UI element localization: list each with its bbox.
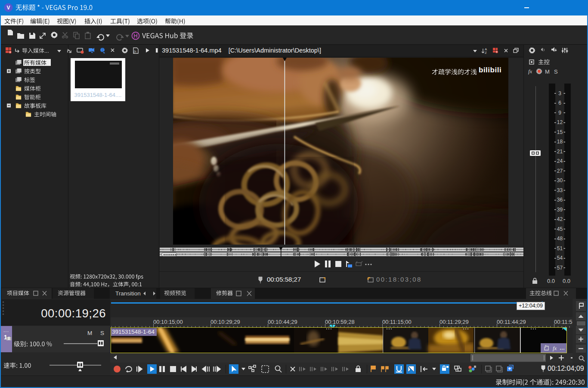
svg-text:39: 39 (557, 207, 563, 213)
svg-text:00:10:29;29: 00:10:29;29 (210, 319, 240, 325)
svg-text:57: 57 (557, 265, 563, 271)
svg-text:30: 30 (557, 177, 563, 183)
svg-text:24: 24 (557, 158, 563, 164)
svg-text:00:11:44;29: 00:11:44;29 (497, 319, 526, 325)
svg-text:00:11:15;00: 00:11:15;00 (382, 319, 412, 325)
svg-text:15: 15 (557, 129, 563, 135)
svg-text:Z: Z (485, 51, 487, 55)
svg-text:00:10:15;00: 00:10:15;00 (153, 319, 183, 325)
svg-text:45: 45 (557, 226, 563, 232)
svg-text:fx: fx (134, 50, 136, 53)
svg-text:36: 36 (557, 197, 563, 203)
svg-text:00:10:59;28: 00:10:59;28 (325, 319, 355, 325)
svg-text:00:11:59;2: 00:11:59;2 (554, 319, 573, 325)
svg-text:48: 48 (557, 236, 563, 242)
svg-text:12: 12 (557, 119, 563, 125)
svg-text:27: 27 (557, 168, 563, 174)
svg-text:18: 18 (557, 139, 563, 145)
svg-text:21: 21 (557, 149, 563, 155)
svg-text:6: 6 (558, 100, 561, 106)
svg-text:54: 54 (557, 255, 563, 261)
svg-text:51: 51 (557, 245, 563, 251)
svg-text:fx: fx (553, 345, 557, 351)
svg-text:33: 33 (557, 187, 563, 193)
svg-text:00:10:44;29: 00:10:44;29 (268, 319, 297, 325)
svg-text:00:11:29;29: 00:11:29;29 (439, 319, 469, 325)
svg-text:V: V (6, 5, 10, 11)
svg-text:42: 42 (557, 216, 563, 222)
svg-text:9: 9 (558, 110, 561, 116)
svg-text:3: 3 (558, 90, 561, 96)
